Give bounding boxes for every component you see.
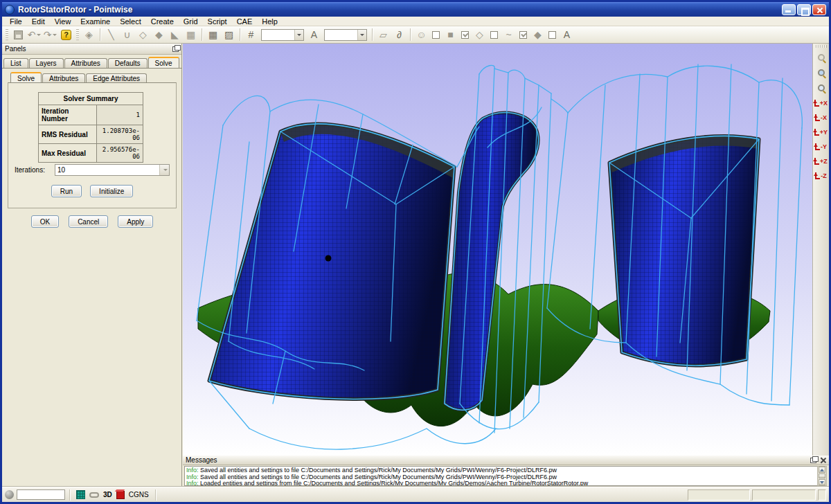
- menu-file[interactable]: File: [5, 17, 27, 26]
- tab-solve[interactable]: Solve: [148, 57, 179, 68]
- dimension-combobox[interactable]: [261, 29, 304, 41]
- menu-create[interactable]: Create: [146, 17, 179, 26]
- messages-title: Messages: [186, 456, 810, 464]
- mask-button[interactable]: ☺: [414, 28, 429, 42]
- spacing-combobox[interactable]: [324, 29, 367, 41]
- tab-attributes[interactable]: Attributes: [64, 58, 107, 68]
- menu-script[interactable]: Script: [203, 17, 232, 26]
- create-connector-button[interactable]: ╲: [104, 28, 118, 42]
- zoom-previous-button[interactable]: [814, 51, 828, 64]
- zoom-to-fit-button[interactable]: [814, 66, 828, 80]
- iterations-combobox[interactable]: [55, 164, 170, 176]
- tab-list[interactable]: List: [3, 58, 28, 68]
- unstructured-grid-button[interactable]: ▨: [222, 28, 236, 42]
- messages-scrollbar[interactable]: [817, 466, 827, 486]
- close-button[interactable]: [812, 4, 826, 15]
- create-block-button[interactable]: ▦: [184, 28, 198, 42]
- menu-edit[interactable]: Edit: [27, 17, 50, 26]
- domains-checkbox[interactable]: [490, 31, 498, 39]
- dimension-combobox-value[interactable]: [262, 30, 294, 40]
- max-residual-value: 2.956576e-06: [97, 144, 143, 163]
- view-plus-y-button[interactable]: +Y: [814, 125, 829, 138]
- toolbar-separator: [410, 28, 411, 41]
- view-minus-y-button[interactable]: -Y: [814, 140, 829, 153]
- view-minus-z-button[interactable]: -Z: [814, 169, 829, 182]
- messages-header: Messages: [183, 456, 829, 465]
- spacing-size-icon: A: [311, 30, 317, 39]
- scroll-up-icon[interactable]: [819, 467, 825, 473]
- zoom-out-button[interactable]: [814, 81, 828, 95]
- menu-grid[interactable]: Grid: [179, 17, 203, 26]
- spacings-checkbox[interactable]: [548, 31, 556, 39]
- iterations-input[interactable]: [55, 165, 159, 175]
- link-icon: [89, 492, 99, 498]
- menu-cae[interactable]: CAE: [232, 17, 258, 26]
- save-button[interactable]: [11, 28, 26, 42]
- cancel-button[interactable]: Cancel: [69, 215, 108, 228]
- spacing-display-button[interactable]: A: [560, 28, 574, 42]
- view-toolbar-grip[interactable]: [816, 45, 827, 48]
- run-button[interactable]: Run: [51, 185, 82, 197]
- connector-curve-icon: ~: [506, 30, 511, 39]
- blocks-checkbox[interactable]: [461, 31, 469, 39]
- redo-button[interactable]: ↷: [43, 28, 57, 42]
- domains-visibility-button[interactable]: ◇: [472, 28, 487, 42]
- messages-float-icon[interactable]: [810, 458, 816, 463]
- tab-attributes-inner[interactable]: Attributes: [42, 73, 85, 83]
- points-visibility-button[interactable]: ◆: [530, 28, 545, 42]
- zoom-fit-icon: [818, 69, 825, 76]
- cube-icon: ■: [447, 30, 453, 39]
- tab-defaults[interactable]: Defaults: [108, 58, 148, 68]
- scroll-down-icon[interactable]: [819, 479, 825, 485]
- dimension-button[interactable]: #: [244, 28, 258, 42]
- scrollbar-thumb[interactable]: [819, 474, 825, 478]
- mask-blocks-checkbox[interactable]: [432, 31, 440, 39]
- tab-layers[interactable]: Layers: [29, 58, 64, 68]
- spacing-combobox-arrow[interactable]: [357, 30, 366, 40]
- tab-edge-attributes[interactable]: Edge Attributes: [86, 73, 147, 83]
- partial-derivative-button[interactable]: ∂: [392, 28, 406, 42]
- initialize-button[interactable]: Initialize: [90, 185, 133, 197]
- menu-view[interactable]: View: [50, 17, 76, 26]
- iterations-dropdown[interactable]: [159, 165, 169, 175]
- restore-button[interactable]: [797, 4, 811, 15]
- connectors-checkbox[interactable]: [519, 31, 527, 39]
- panels-float-icon[interactable]: [172, 46, 179, 52]
- structured-grid-button[interactable]: ▦: [206, 28, 220, 42]
- create-curve-button[interactable]: ∪: [120, 28, 134, 42]
- surface-icon: ▱: [379, 30, 387, 39]
- view-plus-z-button[interactable]: +Z: [814, 154, 829, 168]
- axis-icon: [815, 172, 820, 179]
- apply-button[interactable]: Apply: [118, 215, 153, 228]
- axis-icon: [814, 158, 819, 165]
- layers-button[interactable]: ◈: [82, 28, 96, 42]
- create-unstructured-button[interactable]: ◣: [168, 28, 182, 42]
- view-minus-x-button[interactable]: -X: [814, 111, 829, 124]
- undo-button[interactable]: ↶: [27, 28, 42, 42]
- partial-derivative-icon: ∂: [397, 30, 402, 39]
- toolbar-grip[interactable]: [76, 28, 79, 41]
- spacing-combobox-value[interactable]: [325, 30, 357, 40]
- menu-help[interactable]: Help: [257, 17, 283, 26]
- create-domain-button[interactable]: ◇: [136, 28, 150, 42]
- tab-solve-inner[interactable]: Solve: [10, 72, 42, 83]
- create-domain-mesh-button[interactable]: ◆: [152, 28, 166, 42]
- app-globe-icon: [5, 5, 15, 15]
- menu-select[interactable]: Select: [115, 17, 146, 26]
- blocks-visibility-button[interactable]: ■: [443, 28, 458, 42]
- menu-examine[interactable]: Examine: [75, 17, 115, 26]
- unstructured-domain-icon: ◣: [171, 30, 179, 39]
- ok-button[interactable]: OK: [31, 215, 59, 228]
- viewport-3d[interactable]: [183, 44, 812, 456]
- messages-close-icon[interactable]: [820, 457, 826, 463]
- dimension-combobox-arrow[interactable]: [294, 30, 303, 40]
- minimize-button[interactable]: [782, 4, 796, 15]
- toolbar-grip[interactable]: [6, 28, 8, 41]
- status-field[interactable]: [17, 489, 65, 500]
- surface-button[interactable]: ▱: [376, 28, 391, 42]
- panels-header: Panels: [2, 44, 181, 55]
- spacing-button[interactable]: A: [307, 28, 321, 42]
- connectors-visibility-button[interactable]: ~: [501, 28, 516, 42]
- view-plus-x-button[interactable]: +X: [814, 96, 829, 109]
- help-button[interactable]: ?: [59, 28, 73, 42]
